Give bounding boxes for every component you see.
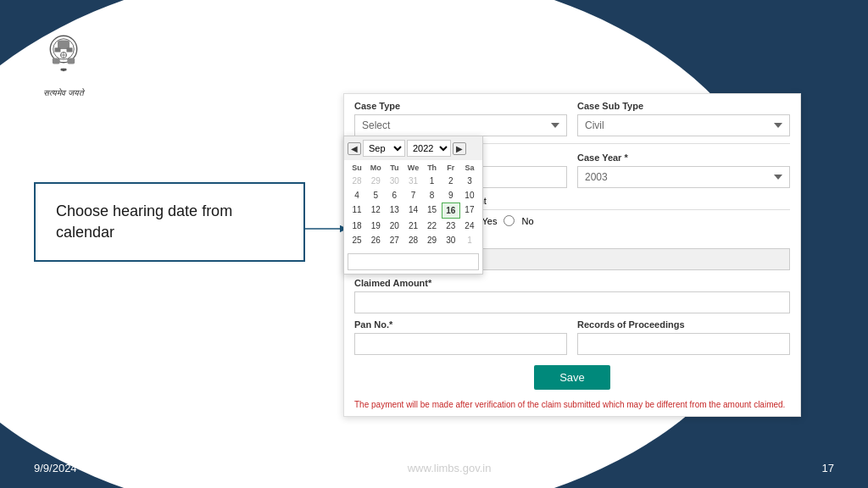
- calendar-date-input[interactable]: [348, 253, 479, 270]
- save-row: Save: [344, 358, 800, 396]
- cal-day[interactable]: 23: [442, 219, 460, 233]
- claimed-amount-input[interactable]: [354, 291, 790, 313]
- case-sub-type-label: Case Sub Type: [577, 101, 790, 111]
- case-type-select[interactable]: Select: [354, 114, 567, 136]
- footer-date: 9/9/2024: [34, 462, 77, 474]
- day-fr: Fr: [442, 162, 460, 174]
- case-year-label: Case Year *: [577, 152, 628, 163]
- emblem-icon: [34, 25, 93, 85]
- claimed-row: Claimed Amount*: [344, 274, 800, 316]
- cal-day[interactable]: 31: [403, 174, 422, 188]
- footer-page: 17: [822, 462, 834, 474]
- notice-text: The payment will be made after verificat…: [354, 400, 785, 409]
- cal-day[interactable]: 7: [403, 188, 422, 202]
- cal-day[interactable]: 22: [423, 219, 442, 233]
- svg-rect-10: [67, 58, 75, 64]
- logo-text: सत्यमेव जयते: [43, 88, 84, 98]
- svg-rect-9: [53, 58, 60, 64]
- cal-day[interactable]: 30: [442, 233, 460, 247]
- day-tu: Tu: [385, 162, 403, 174]
- pan-group: Pan No.*: [354, 319, 567, 355]
- calendar-grid: Su Mo Tu We Th Fr Sa 28 29 30 31 1 2 3 4…: [344, 160, 482, 251]
- cal-day[interactable]: 9: [442, 188, 460, 202]
- cal-day[interactable]: 27: [385, 233, 403, 247]
- day-su: Su: [348, 162, 366, 174]
- cal-day[interactable]: 1: [460, 233, 479, 247]
- cal-day-today[interactable]: 16: [442, 202, 460, 219]
- footer-url: www.limbs.gov.in: [408, 462, 492, 474]
- calendar-prev-button[interactable]: ◀: [348, 142, 361, 155]
- cal-day[interactable]: 1: [423, 174, 442, 188]
- cal-day[interactable]: 14: [403, 202, 422, 219]
- callout-box: Choose hearing date from calendar: [34, 182, 305, 262]
- cal-day[interactable]: 21: [403, 219, 422, 233]
- pan-label: Pan No.*: [354, 319, 567, 330]
- cal-day[interactable]: 29: [423, 233, 442, 247]
- case-year-select[interactable]: 2003: [577, 166, 790, 188]
- case-type-label: Case Type: [354, 101, 567, 111]
- svg-rect-5: [67, 47, 73, 52]
- pan-input[interactable]: [354, 333, 567, 355]
- day-sa: Sa: [460, 162, 479, 174]
- records-input[interactable]: [577, 333, 790, 355]
- cal-day[interactable]: 28: [348, 174, 366, 188]
- cal-day[interactable]: 12: [366, 202, 385, 219]
- cal-day[interactable]: 28: [403, 233, 422, 247]
- calendar-year-select[interactable]: 2022 202120232024: [407, 140, 451, 157]
- save-button[interactable]: Save: [534, 365, 610, 390]
- cal-day[interactable]: 5: [366, 188, 385, 202]
- calendar-month-select[interactable]: Sep JanFebMar AprMayJun JulAug OctNovDec: [363, 140, 405, 157]
- cal-day[interactable]: 17: [460, 202, 479, 219]
- cal-day[interactable]: 29: [366, 174, 385, 188]
- calendar-days: 28 29 30 31 1 2 3 4 5 6 7 8 9 10 11 12 1…: [348, 174, 479, 247]
- svg-rect-12: [61, 69, 67, 71]
- day-th: Th: [423, 162, 442, 174]
- cal-day[interactable]: 11: [348, 202, 366, 219]
- callout-text: Choose hearing date from calendar: [56, 202, 232, 241]
- cal-day[interactable]: 4: [348, 188, 366, 202]
- cal-day[interactable]: 25: [348, 233, 366, 247]
- calendar-day-names: Su Mo Tu We Th Fr Sa: [348, 162, 479, 174]
- svg-rect-4: [55, 47, 61, 52]
- disposed-no-radio[interactable]: [504, 215, 515, 226]
- cal-day[interactable]: 18: [348, 219, 366, 233]
- calendar-next-button[interactable]: ▶: [453, 142, 466, 155]
- cal-day[interactable]: 8: [423, 188, 442, 202]
- case-sub-type-select[interactable]: Civil: [577, 114, 790, 136]
- claimed-label: Claimed Amount*: [354, 278, 790, 288]
- pan-records-row: Pan No.* Records of Proceedings: [344, 316, 800, 358]
- cal-day[interactable]: 3: [460, 174, 479, 188]
- cal-day[interactable]: 26: [366, 233, 385, 247]
- footer: 9/9/2024 www.limbs.gov.in 17: [0, 462, 868, 474]
- disposed-no-label: No: [521, 216, 533, 226]
- cal-day[interactable]: 19: [366, 219, 385, 233]
- records-group: Records of Proceedings: [577, 319, 790, 355]
- cal-day[interactable]: 15: [423, 202, 442, 219]
- cal-day[interactable]: 10: [460, 188, 479, 202]
- cal-day[interactable]: 20: [385, 219, 403, 233]
- day-we: We: [403, 162, 422, 174]
- calendar-widget[interactable]: ◀ Sep JanFebMar AprMayJun JulAug OctNovD…: [343, 136, 483, 274]
- case-type-group: Case Type Select: [354, 101, 567, 136]
- cal-day[interactable]: 6: [385, 188, 403, 202]
- cal-day[interactable]: 30: [385, 174, 403, 188]
- cal-day[interactable]: 13: [385, 202, 403, 219]
- cal-day[interactable]: 2: [442, 174, 460, 188]
- notice-row: The payment will be made after verificat…: [344, 396, 800, 416]
- logo-area: सत्यमेव जयते: [34, 25, 93, 98]
- case-sub-type-group: Case Sub Type Civil: [577, 101, 790, 136]
- calendar-header: ◀ Sep JanFebMar AprMayJun JulAug OctNovD…: [344, 136, 482, 160]
- disposed-yes-label: Yes: [482, 216, 498, 226]
- records-label: Records of Proceedings: [577, 319, 790, 330]
- day-mo: Mo: [366, 162, 385, 174]
- cal-day[interactable]: 24: [460, 219, 479, 233]
